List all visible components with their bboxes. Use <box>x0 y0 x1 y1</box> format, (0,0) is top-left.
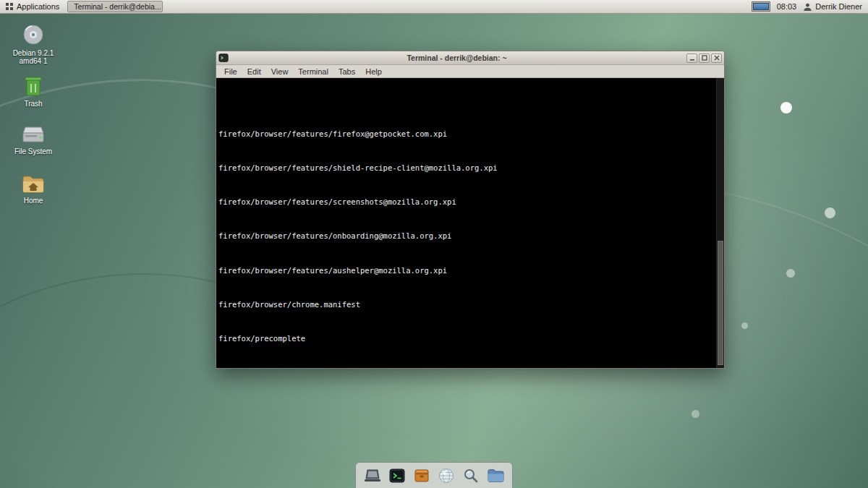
window-title: Terminal - derrik@debian: ~ <box>229 53 685 62</box>
terminal-output[interactable]: firefox/browser/features/firefox@getpock… <box>216 78 724 368</box>
wallpaper-dot <box>786 269 795 278</box>
menu-item[interactable]: Terminal <box>293 67 333 77</box>
desktop-icon-label: Trash <box>24 100 42 108</box>
terminal-line: firefox/browser/features/onboarding@mozi… <box>218 232 714 241</box>
terminal-line: firefox/browser/chrome.manifest <box>218 301 714 309</box>
menu-item[interactable]: File <box>219 67 242 77</box>
desktop-icon-label: Home <box>24 197 43 205</box>
terminal-line: firefox/browser/features/screenshots@moz… <box>218 198 714 207</box>
desktop-icon-debian-cd[interactable]: Debian 9.2.1 amd64 1 <box>6 23 61 65</box>
desktop-icon-label: Debian 9.2.1 amd64 1 <box>13 49 54 65</box>
window-menubar: File Edit View Terminal Tabs Help <box>216 65 724 78</box>
menu-item[interactable]: Tabs <box>333 67 360 77</box>
applications-menu-icon <box>5 2 14 11</box>
menu-item[interactable]: Help <box>360 67 387 77</box>
top-panel: Applications Terminal - derrik@debia... … <box>0 0 868 14</box>
wallpaper-dot <box>692 410 699 418</box>
clock: 08:03 <box>777 2 797 11</box>
dock-laptop-button[interactable] <box>362 466 383 486</box>
terminal-line: firefox/browser/features/shield-recipe-c… <box>218 164 714 173</box>
archive-box-icon <box>413 467 430 484</box>
wallpaper-dot <box>825 207 835 218</box>
cd-disc-icon <box>21 23 46 48</box>
globe-icon <box>438 467 455 484</box>
dock-terminal-button[interactable] <box>387 466 407 486</box>
desktop-icon-trash[interactable]: Trash <box>6 74 61 108</box>
menu-item[interactable]: Edit <box>242 67 266 77</box>
desktop-icon-label: File System <box>14 147 52 155</box>
terminal-line: firefox/browser/features/firefox@getpock… <box>218 130 714 139</box>
bottom-dock <box>355 462 513 488</box>
taskbar-item-terminal[interactable]: Terminal - derrik@debia... <box>67 1 163 12</box>
terminal-icon <box>388 467 406 484</box>
minimize-icon <box>689 55 695 61</box>
workspace-pager[interactable] <box>752 1 770 12</box>
dock-finder-button[interactable] <box>461 466 481 486</box>
applications-menu-button[interactable]: Applications <box>0 0 64 13</box>
terminal-scrollbar-thumb[interactable] <box>718 241 723 365</box>
terminal-line: firefox/precomplete <box>218 335 714 343</box>
dock-files-button[interactable] <box>485 466 506 486</box>
maximize-icon <box>702 55 707 61</box>
dock-archive-button[interactable] <box>412 466 432 486</box>
minimize-button[interactable] <box>686 53 697 63</box>
hard-drive-icon <box>21 123 46 146</box>
desktop-icon-home[interactable]: Home <box>6 172 61 205</box>
maximize-button[interactable] <box>699 53 710 63</box>
wallpaper-dot <box>741 322 748 329</box>
close-button[interactable] <box>711 53 722 63</box>
magnifier-icon <box>462 467 480 484</box>
panel-right-cluster: 08:03 Derrik Diener <box>752 1 868 12</box>
terminal-window: Terminal - derrik@debian: ~ File Edit Vi… <box>216 51 725 369</box>
workspace-icon <box>753 3 769 10</box>
terminal-lines: firefox/browser/features/firefox@getpock… <box>218 96 714 368</box>
applications-menu-label: Applications <box>17 2 59 11</box>
user-menu[interactable]: Derrik Diener <box>803 2 862 12</box>
desktop-icon-filesystem[interactable]: File System <box>6 123 61 155</box>
dock-browser-button[interactable] <box>436 466 456 486</box>
terminal-line: firefox/browser/features/aushelper@mozil… <box>218 267 714 275</box>
trash-icon <box>22 74 45 98</box>
window-titlebar[interactable]: Terminal - derrik@debian: ~ <box>216 51 724 65</box>
wallpaper-dot <box>780 102 792 114</box>
home-folder-icon <box>21 172 46 195</box>
window-terminal-icon <box>218 53 229 63</box>
close-icon <box>714 55 720 61</box>
menu-item[interactable]: View <box>266 67 294 77</box>
terminal-scrollbar[interactable] <box>716 78 724 368</box>
folder-icon <box>487 468 505 484</box>
user-avatar-icon <box>803 2 812 12</box>
taskbar-item-label: Terminal - derrik@debia... <box>74 2 161 11</box>
user-name-label: Derrik Diener <box>815 2 862 11</box>
laptop-icon <box>363 468 382 484</box>
